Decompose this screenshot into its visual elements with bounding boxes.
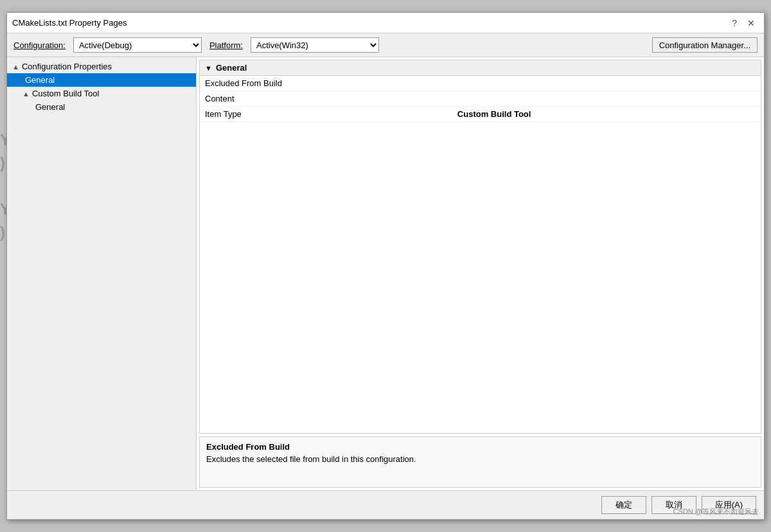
platform-select[interactable]: Active(Win32) (251, 37, 379, 53)
description-title: Excluded From Build (206, 442, 754, 452)
item-type-value: Custom Build Tool (457, 109, 531, 119)
close-button[interactable]: ✕ (743, 17, 759, 29)
tree-item-label-custom-build-tool: Custom Build Tool (32, 89, 100, 98)
properties-area: ▼ General Excluded From Build Content (199, 60, 761, 434)
expand-icon-custom: ▲ (22, 90, 30, 98)
window-title: CMakeLists.txt Property Pages (12, 18, 127, 28)
help-button[interactable]: ? (728, 17, 741, 29)
prop-value-content (452, 91, 761, 107)
toolbar: Configuration: Active(Debug) Platform: A… (7, 33, 764, 57)
tree-item-custom-general[interactable]: General (7, 100, 196, 114)
dialog-footer: 确定 取消 应用(A) (7, 490, 764, 519)
collapse-icon: ▼ (205, 64, 212, 72)
tree-item-label-general: General (25, 75, 55, 85)
tree-item-general[interactable]: General (7, 73, 196, 87)
tree-item-config-props[interactable]: ▲ Configuration Properties (7, 60, 196, 73)
description-area: Excluded From Build Excludes the selecte… (199, 436, 761, 488)
left-panel: ▲ Configuration Properties General ▲ Cus… (7, 57, 197, 490)
dialog-window: CMakeLists.txt Property Pages ? ✕ Config… (6, 12, 765, 520)
table-row: Item Type Custom Build Tool (200, 107, 761, 122)
right-panel: ▼ General Excluded From Build Content (197, 57, 764, 490)
properties-table: Excluded From Build Content Item Type Cu… (200, 76, 761, 122)
config-label: Configuration: (13, 40, 66, 50)
tree-item-custom-build-tool[interactable]: ▲ Custom Build Tool (7, 87, 196, 100)
platform-label: Platform: (209, 40, 243, 50)
prop-name-excluded: Excluded From Build (200, 76, 452, 91)
expand-icon-config: ▲ (12, 63, 19, 71)
watermark: CSDN @等风来不如迎风去 (673, 507, 759, 517)
tree-item-label-custom-general: General (35, 102, 65, 112)
table-row: Content (200, 91, 761, 107)
title-bar: CMakeLists.txt Property Pages ? ✕ (7, 13, 764, 33)
prop-name-content: Content (200, 91, 452, 107)
config-select[interactable]: Active(Debug) (73, 37, 202, 53)
tree-item-label-config-props: Configuration Properties (22, 62, 112, 71)
prop-value-item-type: Custom Build Tool (452, 107, 761, 122)
ok-button[interactable]: 确定 (601, 496, 646, 514)
prop-value-excluded[interactable] (452, 76, 761, 91)
section-title: General (216, 63, 247, 73)
main-content: ▲ Configuration Properties General ▲ Cus… (7, 57, 764, 490)
title-bar-controls: ? ✕ (728, 17, 759, 29)
section-header: ▼ General (200, 60, 761, 76)
description-text: Excludes the selected file from build in… (206, 454, 754, 464)
table-row: Excluded From Build (200, 76, 761, 91)
prop-name-item-type: Item Type (200, 107, 452, 122)
config-manager-button[interactable]: Configuration Manager... (652, 37, 758, 53)
